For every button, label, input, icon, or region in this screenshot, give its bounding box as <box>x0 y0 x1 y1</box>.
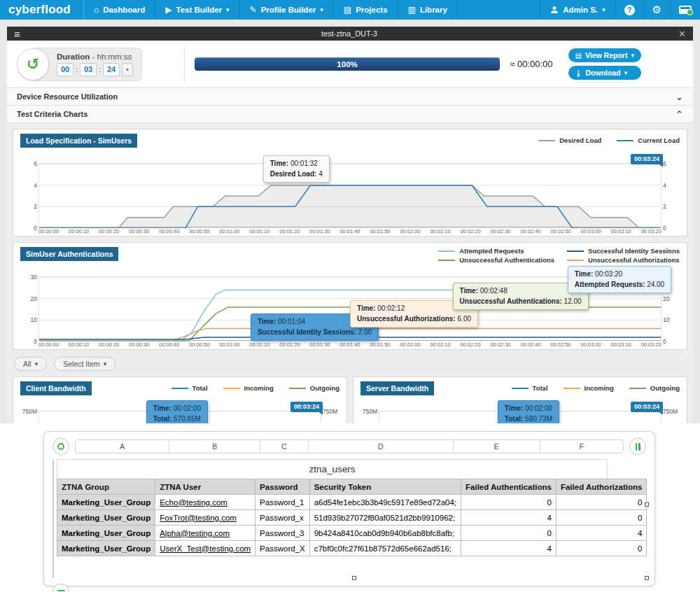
chevron-down-icon: ▾ <box>320 6 323 13</box>
legend-item[interactable]: Outgoing <box>629 384 680 392</box>
close-icon[interactable]: ✕ <box>678 29 686 39</box>
duration-label: Duration - hh:mm:ss <box>57 52 133 61</box>
duration-minutes[interactable]: 03 <box>80 63 97 76</box>
header-cell[interactable]: Security Token <box>309 479 461 495</box>
duration-dropdown-caret[interactable]: ▾ <box>122 63 133 76</box>
chart-plot-area[interactable]: 3030202010100000:03:24Time: 00:01:04Succ… <box>38 276 662 341</box>
download-button[interactable]: ⭳ Download ▾ <box>568 66 641 80</box>
settings-button[interactable]: ⚙ <box>643 0 670 20</box>
column-header-F[interactable]: F <box>540 440 623 453</box>
cell-ztna-user[interactable]: FoxTrot@testing.com <box>155 510 255 526</box>
menu-icon[interactable]: ≡ <box>14 28 20 40</box>
chevron-down-icon: ▾ <box>624 69 628 76</box>
cell-password[interactable]: Password_x <box>255 510 310 526</box>
duration-hours[interactable]: 00 <box>57 63 74 76</box>
cell-security-token[interactable]: 51d939b27072f80af0521d2bb9910962; <box>309 510 461 526</box>
cell-ztna-group[interactable]: Marketing_User_Group <box>57 541 155 556</box>
record-button[interactable] <box>52 438 69 455</box>
cell-password[interactable]: Password_1 <box>255 495 310 510</box>
cell-failed-authentications[interactable]: 4 <box>461 510 556 526</box>
select-item-dropdown[interactable]: Select Item▾ <box>54 357 115 371</box>
chart-plot-area[interactable]: 750M750M00:03:24Time: 00:02:00Total: 570… <box>38 411 321 423</box>
selection-handle[interactable] <box>352 576 356 580</box>
chart-plot-area[interactable]: 6644220000:03:24Time: 00:01:32Desired Lo… <box>38 163 662 227</box>
cell-failed-authorizations[interactable]: 0 <box>556 495 647 510</box>
column-header-B[interactable]: B <box>169 440 260 453</box>
help-button[interactable]: ? <box>615 0 643 20</box>
header-cell[interactable]: ZTNA User <box>155 479 255 495</box>
legend-item[interactable]: Incoming <box>564 384 614 392</box>
x-axis-labels: 00:00:0000:00:1000:00:2000:00:3000:00:40… <box>38 228 662 234</box>
user-menu[interactable]: Admin S. ▾ <box>540 0 615 20</box>
section-test-criteria-charts[interactable]: Test Criteria Charts ⌃ <box>7 106 693 123</box>
legend-swatch <box>172 388 188 389</box>
y-axis-label: 0 <box>22 225 37 232</box>
view-report-button[interactable]: ▤ View Report ▾ <box>568 48 641 62</box>
legend-swatch <box>567 251 584 252</box>
x-tick-label: 00:02:00 <box>400 341 420 348</box>
legend-item[interactable]: Unsuccessful Authentications <box>438 256 554 264</box>
legend-item[interactable]: Total <box>172 384 208 392</box>
section-device-resource-utilization[interactable]: Device Resource Utilization ⌄ <box>7 88 693 106</box>
top-navbar: cyberflood ⌂Dashboard▶Test Builder▾✎Prof… <box>0 0 700 20</box>
time-remaining: ≈ 00:00:00 <box>510 59 552 69</box>
nav-item-test-builder[interactable]: ▶Test Builder▾ <box>155 0 239 20</box>
selection-handle[interactable] <box>645 502 649 507</box>
nav-item-dashboard[interactable]: ⌂Dashboard <box>84 0 155 20</box>
chart-plot-area[interactable]: 750M750M00:03:24Time: 00:02:00Total: 580… <box>379 411 662 423</box>
x-tick-label: 00:00:00 <box>38 228 59 234</box>
legend-item[interactable]: Attempted Requests <box>438 247 524 255</box>
cell-failed-authorizations[interactable]: 0 <box>556 510 647 526</box>
filter-all-dropdown[interactable]: All▾ <box>14 357 47 371</box>
nav-item-profile-builder[interactable]: ✎Profile Builder▾ <box>240 0 334 20</box>
cell-security-token[interactable]: c7bf0c0fc27f61b87572d65e662ad516; <box>309 541 461 556</box>
header-cell[interactable]: Password <box>255 479 310 495</box>
cell-failed-authentications[interactable]: 0 <box>461 495 556 510</box>
header-cell[interactable]: Failed Authorizations <box>556 479 647 495</box>
cell-failed-authentications[interactable]: 0 <box>461 526 556 541</box>
cell-failed-authentications[interactable]: 4 <box>461 541 556 556</box>
header-cell[interactable]: ZTNA Group <box>57 479 155 495</box>
cell-ztna-user[interactable]: Echo@testing.com <box>155 495 255 510</box>
pause-button[interactable] <box>629 438 646 455</box>
cell-password[interactable]: Password_X <box>255 541 310 556</box>
cell-failed-authorizations[interactable]: 0 <box>556 541 647 556</box>
legend-item[interactable]: Current Load <box>617 136 680 144</box>
selection-handle[interactable] <box>645 576 649 580</box>
legend-item[interactable]: Successful Identity Sessions <box>567 247 680 255</box>
cell-ztna-group[interactable]: Marketing_User_Group <box>57 526 155 541</box>
column-header-C[interactable]: C <box>260 440 309 453</box>
legend-item[interactable]: Total <box>512 384 548 392</box>
cell-failed-authorizations[interactable]: 4 <box>556 526 647 541</box>
duration-seconds[interactable]: 24 <box>103 63 120 76</box>
header-cell[interactable]: Failed Authentications <box>461 479 556 495</box>
legend-item[interactable]: Unsuccessful Authorizations <box>567 256 680 264</box>
cell-security-token[interactable]: 9b424a8410cab0d9b940b6ab8bfc8afb; <box>309 526 461 541</box>
cell-ztna-group[interactable]: Marketing_User_Group <box>57 495 155 510</box>
profile-builder-icon: ✎ <box>250 5 257 15</box>
nav-item-library[interactable]: ▥Library <box>398 0 458 20</box>
legend-item[interactable]: Incoming <box>223 384 274 392</box>
record-icon <box>57 443 64 450</box>
column-header-D[interactable]: D <box>309 440 454 453</box>
legend-item[interactable]: Desired Load <box>538 136 601 144</box>
cell-ztna-user[interactable]: Alpha@testing.com <box>155 526 255 541</box>
elapsed-time-badge: 00:03:24 <box>290 402 323 412</box>
table-row: Marketing_User_GroupUserX_Test@testing.c… <box>57 541 647 556</box>
legend-item[interactable]: Outgoing <box>289 384 340 392</box>
sheet-menu-button[interactable] <box>52 584 69 592</box>
cell-ztna-group[interactable]: Marketing_User_Group <box>57 510 155 526</box>
nav-item-projects[interactable]: ▤Projects <box>334 0 398 20</box>
column-header-A[interactable]: A <box>76 440 169 453</box>
column-header-E[interactable]: E <box>454 440 540 453</box>
refresh-icon: ↺ <box>27 55 39 73</box>
rerun-button[interactable]: ↺ <box>17 48 49 80</box>
cell-password[interactable]: Password_3 <box>255 526 310 541</box>
divider <box>184 46 185 83</box>
cell-ztna-user[interactable]: UserX_Test@testing.com <box>155 541 255 556</box>
pause-icon <box>636 443 640 451</box>
app-logo[interactable]: cyberflood <box>0 0 84 20</box>
x-tick-label: 00:00:00 <box>38 341 59 348</box>
system-status-button[interactable] <box>670 0 700 20</box>
cell-security-token[interactable]: a6d54fe1ebc3b3b49c5917e89ed72a04; <box>309 495 461 510</box>
